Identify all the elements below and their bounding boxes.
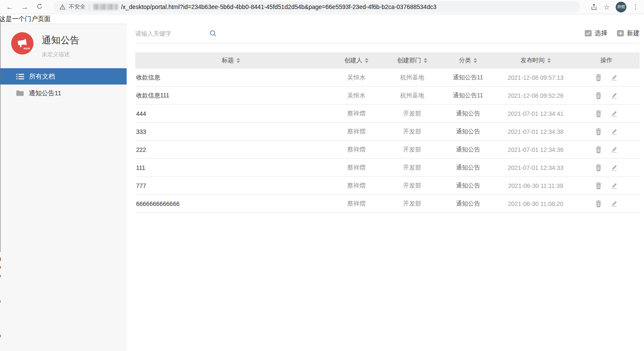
doc-category: 通知公告11 bbox=[438, 92, 498, 100]
delete-button[interactable] bbox=[595, 146, 601, 153]
delete-button[interactable] bbox=[595, 200, 601, 207]
select-check-icon bbox=[585, 30, 592, 36]
sidebar-item-all-documents[interactable]: 所有文档 bbox=[0, 68, 127, 85]
share-icon[interactable] bbox=[590, 3, 598, 11]
new-button[interactable]: 新建 bbox=[617, 29, 640, 37]
doc-department: 杭州基地 bbox=[386, 74, 438, 82]
browser-menu-icon[interactable]: ⋮ bbox=[632, 3, 639, 11]
doc-department: 杭州基地 bbox=[386, 92, 438, 100]
forward-icon[interactable]: → bbox=[21, 3, 28, 11]
doc-actions bbox=[573, 74, 640, 81]
doc-department: 开发部 bbox=[386, 146, 438, 154]
edge-artifact bbox=[0, 335, 1, 337]
doc-title[interactable]: 6666666666666 bbox=[135, 200, 326, 207]
doc-actions bbox=[573, 92, 640, 99]
doc-title[interactable]: 111 bbox=[135, 164, 326, 171]
doc-published: 2021-06-30 11:08:20 bbox=[498, 200, 573, 207]
url-bar[interactable]: 不安全 | /x_desktop/portal.html?id=234b63ee… bbox=[53, 1, 580, 12]
table-row: 收款信息 吴恒水 杭州基地 通知公告11 2021-12-08 09:57:13 bbox=[135, 69, 640, 87]
doc-published: 2021-07-01 12:34:33 bbox=[498, 164, 573, 171]
search-input[interactable] bbox=[135, 30, 209, 37]
app-title: 通知公告 bbox=[42, 34, 79, 47]
sidebar-item-label: 所有文档 bbox=[29, 73, 55, 81]
edit-button[interactable] bbox=[611, 182, 617, 189]
doc-title[interactable]: 收款信息 bbox=[135, 74, 326, 82]
delete-button[interactable] bbox=[595, 182, 601, 189]
back-icon[interactable]: ← bbox=[6, 3, 13, 11]
sidebar-item-category[interactable]: 通知公告11 bbox=[0, 85, 127, 102]
doc-category: 通知公告 bbox=[438, 200, 498, 208]
doc-title[interactable]: 777 bbox=[135, 182, 326, 189]
megaphone-icon: NEW bbox=[11, 32, 33, 54]
select-button[interactable]: 选择 bbox=[585, 29, 608, 37]
table-row: 111 蔡祥熠 开发部 通知公告 2021-07-01 12:34:33 bbox=[135, 159, 640, 177]
plus-icon bbox=[617, 30, 624, 36]
edge-artifact bbox=[0, 300, 1, 303]
main-content: 选择 新建 标题 创建人 bbox=[127, 24, 644, 351]
delete-button[interactable] bbox=[595, 110, 601, 117]
doc-department: 开发部 bbox=[386, 110, 438, 118]
sort-icon bbox=[424, 58, 427, 63]
table-row: 333 蔡祥熠 开发部 通知公告 2021-07-01 12:34:38 bbox=[135, 123, 640, 141]
content-toolbar: 选择 新建 bbox=[135, 24, 640, 43]
doc-category: 通知公告 bbox=[438, 110, 498, 118]
delete-button[interactable] bbox=[595, 128, 601, 135]
edit-button[interactable] bbox=[611, 146, 617, 153]
doc-title[interactable]: 收款信息111 bbox=[135, 92, 326, 100]
doc-title[interactable]: 333 bbox=[135, 128, 326, 135]
doc-title[interactable]: 222 bbox=[135, 146, 326, 153]
doc-actions bbox=[573, 182, 640, 189]
doc-creator: 蔡祥熠 bbox=[326, 146, 386, 154]
delete-button[interactable] bbox=[595, 92, 601, 99]
select-button-label: 选择 bbox=[595, 29, 608, 37]
table-row: 444 蔡祥熠 开发部 通知公告 2021-07-01 12:34:41 bbox=[135, 105, 640, 123]
search-button[interactable] bbox=[209, 30, 217, 37]
column-header-published[interactable]: 发布时间 bbox=[498, 57, 573, 64]
column-header-title[interactable]: 标题 bbox=[135, 57, 326, 64]
sidebar-titles: 通知公告 未定义描述 bbox=[42, 32, 79, 68]
reload-icon[interactable] bbox=[36, 3, 43, 11]
doc-department: 开发部 bbox=[386, 200, 438, 208]
doc-published: 2021-07-01 12:34:41 bbox=[498, 110, 573, 117]
doc-published: 2021-07-01 12:34:36 bbox=[498, 146, 573, 153]
table-row: 222 蔡祥熠 开发部 通知公告 2021-07-01 12:34:36 bbox=[135, 141, 640, 159]
edge-artifact bbox=[0, 275, 1, 277]
sidebar-item-label: 通知公告11 bbox=[29, 89, 61, 97]
browser-toolbar: ← → 不安全 | /x_desktop/portal.html?id=234b… bbox=[0, 0, 644, 14]
edge-artifact bbox=[0, 257, 1, 261]
column-header-creator[interactable]: 创建人 bbox=[326, 57, 386, 64]
doc-category: 通知公告11 bbox=[438, 74, 498, 82]
doc-actions bbox=[573, 110, 640, 117]
column-header-department[interactable]: 创建部门 bbox=[386, 57, 438, 64]
bookmark-star-icon[interactable]: ☆ bbox=[604, 3, 610, 11]
search-icon bbox=[209, 30, 217, 37]
table-row: 6666666666666 蔡祥熠 开发部 通知公告 2021-06-30 11… bbox=[135, 195, 640, 213]
not-secure-warning-icon bbox=[59, 4, 66, 10]
page-title: 这是一个门户页面 bbox=[0, 14, 644, 24]
column-header-category[interactable]: 分类 bbox=[438, 57, 498, 64]
sort-icon bbox=[474, 58, 477, 63]
edit-button[interactable] bbox=[611, 128, 617, 135]
edit-button[interactable] bbox=[611, 92, 617, 99]
edit-button[interactable] bbox=[611, 164, 617, 171]
doc-creator: 蔡祥熠 bbox=[326, 128, 386, 136]
screen: ← → 不安全 | /x_desktop/portal.html?id=234b… bbox=[0, 0, 644, 351]
redacted-host bbox=[93, 4, 118, 10]
app-subtitle: 未定义描述 bbox=[42, 51, 79, 58]
doc-title[interactable]: 444 bbox=[135, 110, 326, 117]
edit-button[interactable] bbox=[611, 110, 617, 117]
edit-button[interactable] bbox=[611, 200, 617, 207]
table-header: 标题 创建人 创建部门 分类 发布时间 操作 bbox=[135, 52, 640, 69]
sort-icon bbox=[365, 58, 368, 63]
delete-button[interactable] bbox=[595, 74, 601, 81]
doc-actions bbox=[573, 146, 640, 153]
table-row: 收款信息111 吴恒水 杭州基地 通知公告11 2021-12-08 09:52… bbox=[135, 87, 640, 105]
doc-published: 2021-12-08 09:57:13 bbox=[498, 74, 573, 81]
window-edge-line bbox=[0, 20, 0, 252]
portal-app: NEW 通知公告 未定义描述 所有文档 通知公告11 bbox=[0, 24, 644, 351]
delete-button[interactable] bbox=[595, 164, 601, 171]
url-text: /x_desktop/portal.html?id=234b63ee-5b6d-… bbox=[121, 3, 437, 10]
avatar[interactable]: 祥熠 bbox=[616, 2, 626, 12]
doc-actions bbox=[573, 200, 640, 207]
edit-button[interactable] bbox=[611, 74, 617, 81]
